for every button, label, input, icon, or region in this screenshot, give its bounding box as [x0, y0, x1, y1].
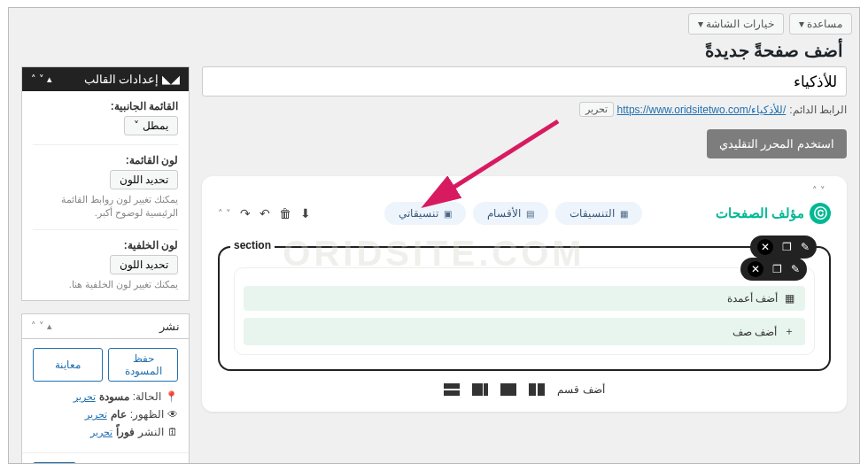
page-title-input[interactable]	[202, 66, 847, 97]
layout-option-2col[interactable]	[529, 383, 545, 396]
builder-logo-icon: ⓒ	[810, 203, 831, 224]
page-title: أضف صفحةً جديدةً	[9, 40, 859, 66]
eye-icon: 👁	[167, 408, 178, 421]
add-columns-button[interactable]: ▦ أضف أعمدة	[244, 286, 805, 311]
preview-button[interactable]: معاينة	[33, 348, 103, 382]
menu-color-label: لون القائمة:	[33, 154, 178, 166]
bg-color-hint: يمكنك تغيير لون الخلفية هنا.	[33, 278, 178, 291]
section-label: section	[230, 239, 275, 251]
sidebar-select[interactable]: يمطل ˅	[124, 116, 178, 135]
theme-settings-title: إعدادات القالب	[84, 73, 159, 86]
visibility-label: الظهور:	[130, 408, 164, 421]
visibility-value: عام	[111, 408, 127, 421]
publish-time-edit-link[interactable]: تحرير	[90, 427, 112, 438]
row-close-icon[interactable]: ✕	[748, 261, 763, 277]
publish-panel-title: نشر	[159, 320, 180, 333]
save-draft-button[interactable]: حفظ المسودة	[108, 348, 178, 382]
columns-icon: ▦	[785, 292, 794, 305]
builder-brand: ⓒ مؤلف الصفحات	[716, 203, 831, 224]
publish-button[interactable]: نشر	[33, 462, 76, 464]
pin-icon: 📍	[165, 390, 178, 403]
permalink-label: الرابط الدائم:	[789, 104, 847, 116]
download-icon[interactable]: ⬇	[300, 206, 311, 220]
page-builder: ˅ ˄ ⓒ مؤلف الصفحات ▦التنسيقات ▤الأقسام ▣…	[202, 176, 847, 412]
section-copy-icon[interactable]: ❐	[782, 241, 792, 253]
use-classic-editor-button[interactable]: استخدم المحرر التقليدي	[707, 129, 847, 158]
permalink-row: الرابط الدائم: /للأذكياء/https://www.ori…	[202, 102, 847, 117]
builder-section: section ✎ ❐ ✕ ✎ ❐ ✕ ▦	[218, 246, 831, 371]
builder-toggle-icon[interactable]: ˅ ˄	[218, 208, 231, 220]
visibility-edit-link[interactable]: تحرير	[85, 409, 107, 421]
add-section-bar: أضف قسم	[218, 383, 831, 396]
menu-color-picker[interactable]: تحديد اللون	[110, 170, 178, 189]
my-layouts-icon: ▣	[444, 209, 452, 219]
layouts-icon: ▦	[620, 209, 628, 219]
tab-my-layouts[interactable]: ▣تنسيقاتي	[384, 202, 466, 225]
chevron-down-icon: ˅	[134, 120, 139, 132]
section-edit-icon[interactable]: ✎	[801, 241, 810, 253]
layout-option-2row[interactable]	[444, 383, 460, 396]
row-edit-icon[interactable]: ✎	[791, 263, 800, 275]
row-toolbar: ✎ ❐ ✕	[740, 258, 807, 281]
menu-color-hint: يمكنك تغيير لون روابط القائمة الرئيسية ل…	[33, 193, 178, 220]
sections-icon: ▤	[526, 209, 534, 219]
panel-toggle-icons[interactable]: ▴ ˅ ˄	[31, 320, 52, 332]
help-button[interactable]: مساعدة ▾	[789, 13, 852, 35]
publish-panel: نشر ▴ ˅ ˄ حفظ المسودة معاينة 📍 الحالة: م…	[21, 313, 190, 464]
builder-collapse-chevrons[interactable]: ˅ ˄	[218, 185, 831, 197]
calendar-icon: 🗓	[167, 426, 178, 438]
builder-row: ✎ ❐ ✕ ▦ أضف أعمدة ＋ أضف صف	[234, 267, 815, 355]
tab-layouts[interactable]: ▦التنسيقات	[555, 202, 642, 225]
sidebar-setting-label: القائمة الجانبية:	[33, 100, 178, 112]
status-edit-link[interactable]: تحرير	[74, 391, 96, 403]
bg-color-picker[interactable]: تحديد اللون	[110, 255, 178, 274]
row-copy-icon[interactable]: ❐	[772, 263, 782, 275]
panel-toggle-icons[interactable]: ▴ ˅ ˄	[31, 73, 52, 85]
status-label: الحالة:	[133, 390, 161, 403]
layout-option-sidebar[interactable]	[472, 383, 488, 396]
publish-time-value: فوراً	[116, 426, 135, 438]
status-value: مسودة	[99, 390, 129, 403]
permalink-url[interactable]: /للأذكياء/https://www.oridsitetwo.com	[617, 104, 787, 116]
bg-color-label: لون الخلفية:	[33, 239, 178, 251]
redo-icon[interactable]: ↷	[240, 206, 251, 220]
add-section-label: أضف قسم	[557, 383, 604, 396]
section-toolbar: ✎ ❐ ✕	[750, 236, 817, 259]
screen-options-button[interactable]: خيارات الشاشة ▾	[688, 13, 784, 35]
plus-icon: ＋	[784, 324, 794, 339]
layout-option-1col[interactable]	[500, 383, 516, 396]
theme-settings-panel: ◢◣ إعدادات القالب ▴ ˅ ˄ القائمة الجانبية…	[21, 66, 190, 301]
undo-icon[interactable]: ↶	[260, 206, 270, 220]
permalink-edit-button[interactable]: تحرير	[579, 102, 614, 117]
add-row-button[interactable]: ＋ أضف صف	[244, 318, 805, 345]
theme-settings-icon: ◢◣	[162, 73, 180, 86]
trash-icon[interactable]: 🗑	[279, 206, 291, 220]
section-close-icon[interactable]: ✕	[757, 239, 773, 255]
publish-time-label: النشر	[138, 426, 164, 438]
tab-sections[interactable]: ▤الأقسام	[473, 202, 548, 225]
